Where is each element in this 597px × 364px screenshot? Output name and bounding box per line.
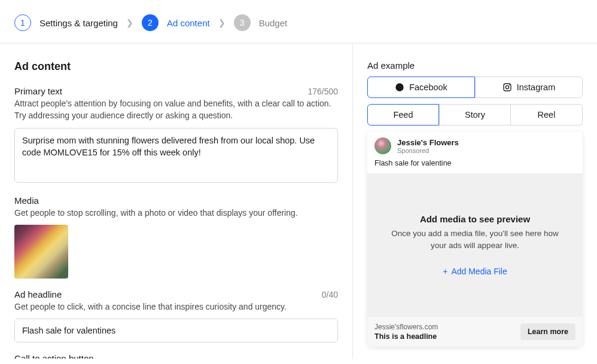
placement-feed[interactable]: Feed [367,104,439,126]
char-counter: 176/500 [307,87,338,96]
field-description: Attract people's attention by focusing o… [14,97,338,122]
placement-toggle: Feed Story Reel [367,104,583,126]
facebook-icon [395,82,404,92]
preview-primary-text: Flash sale for valentine [367,157,583,173]
preview-headline: This is a headline [374,332,438,341]
step-budget[interactable]: 3 Budget [234,14,288,31]
headline-input[interactable] [14,319,338,342]
primary-text-field: Primary text 176/500 Attract people's at… [14,86,338,185]
page-title: Ad content [14,60,338,73]
ad-preview-card: Jessie's Flowers Sponsored Flash sale fo… [367,131,583,347]
toggle-label: Reel [538,110,556,120]
platform-toggle: Facebook Instagram [367,77,583,98]
step-label: Budget [259,18,288,28]
field-description: Get people to click, with a concise line… [14,301,338,313]
step-label: Ad content [167,18,210,28]
primary-text-input[interactable] [14,128,338,183]
field-label: Media [14,195,338,206]
toggle-label: Story [465,110,485,120]
platform-instagram[interactable]: Instagram [475,77,583,98]
add-media-button[interactable]: + Add Media File [443,267,507,276]
preview-header: Jessie's Flowers Sponsored [367,131,583,157]
step-ad-content[interactable]: 2 Ad content [142,14,210,31]
chevron-right-icon: ❯ [126,18,133,27]
toggle-label: Instagram [517,82,555,92]
step-label: Settings & targeting [39,18,118,28]
preview-domain: Jessie'sflowers.com [374,323,438,331]
sponsored-label: Sponsored [397,147,459,154]
plus-icon: + [443,267,447,276]
preview-media-placeholder: Add media to see preview Once you add a … [367,173,583,317]
cta-field: Call to action button ▾ [14,353,338,359]
preview-panel: Ad example Facebook Instagram Feed Story… [353,44,597,359]
svg-point-1 [505,85,508,88]
svg-point-2 [509,85,510,86]
step-settings[interactable]: 1 Settings & targeting [14,14,118,31]
field-label: Call to action button [14,353,338,359]
preview-footer: Jessie'sflowers.com This is a headline L… [367,317,583,347]
advertiser-name: Jessie's Flowers [397,138,459,147]
placeholder-title: Add media to see preview [420,214,530,224]
stepper: 1 Settings & targeting ❯ 2 Ad content ❯ … [0,0,597,44]
preview-cta-button[interactable]: Learn more [520,323,575,340]
platform-facebook[interactable]: Facebook [367,77,475,98]
field-label: Ad headline [14,289,62,299]
placement-reel[interactable]: Reel [511,104,583,126]
media-thumbnail[interactable] [14,225,68,279]
toggle-label: Facebook [409,82,447,92]
media-field: Media Get people to stop scrolling, with… [14,195,338,279]
field-description: Get people to stop scrolling, with a pho… [14,207,338,219]
step-number: 1 [14,14,31,31]
toggle-label: Feed [393,110,413,120]
placement-story[interactable]: Story [439,104,511,126]
placeholder-description: Once you add a media file, you'll see he… [384,228,566,251]
char-counter: 0/40 [322,290,338,299]
step-number: 2 [142,14,159,31]
chevron-right-icon: ❯ [218,18,226,27]
field-label: Primary text [14,86,62,96]
add-media-label: Add Media File [451,267,507,276]
headline-field: Ad headline 0/40 Get people to click, wi… [14,289,338,342]
avatar [374,137,391,154]
instagram-icon [502,82,512,92]
step-number: 3 [234,14,251,31]
preview-title: Ad example [367,60,583,71]
form-panel: Ad content Primary text 176/500 Attract … [0,44,353,359]
